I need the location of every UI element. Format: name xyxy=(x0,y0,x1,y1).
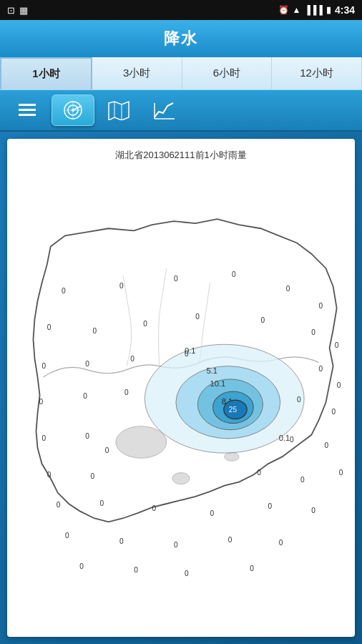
svg-text:0: 0 xyxy=(100,499,104,507)
svg-text:0: 0 xyxy=(297,396,301,404)
svg-text:25: 25 xyxy=(229,406,238,414)
svg-text:0: 0 xyxy=(286,285,290,293)
alarm-icon: ⏰ xyxy=(278,5,289,15)
svg-text:0: 0 xyxy=(279,539,283,547)
svg-text:0: 0 xyxy=(134,566,138,574)
tab-3hour[interactable]: 3小时 xyxy=(92,57,182,89)
svg-text:0: 0 xyxy=(210,509,215,517)
svg-text:0: 0 xyxy=(83,392,87,400)
svg-text:0: 0 xyxy=(300,476,305,484)
svg-text:0: 0 xyxy=(250,565,254,572)
status-left-icons: ⊡ ▦ xyxy=(7,5,28,16)
svg-text:0: 0 xyxy=(311,507,315,514)
map-card: 湖北省2013062111前1小时雨量 0.1 0.1 xyxy=(7,139,355,637)
list-icon[interactable] xyxy=(6,94,49,126)
tab-6hour[interactable]: 6小时 xyxy=(182,57,273,89)
svg-text:0: 0 xyxy=(195,313,200,321)
svg-text:0: 0 xyxy=(318,302,323,310)
tab-1hour[interactable]: 1小时 xyxy=(0,57,92,89)
wifi-icon: ▲ xyxy=(293,5,301,15)
svg-text:0: 0 xyxy=(85,360,89,368)
svg-text:0: 0 xyxy=(47,471,52,479)
svg-text:0: 0 xyxy=(268,502,273,510)
tab-12hour[interactable]: 12小时 xyxy=(272,57,362,89)
svg-point-15 xyxy=(225,452,239,461)
screen-icon: ⊡ xyxy=(7,5,15,16)
svg-text:0: 0 xyxy=(152,504,157,512)
clock: 4:34 xyxy=(335,4,355,16)
svg-text:0: 0 xyxy=(324,441,328,449)
header: 降水 xyxy=(0,20,362,57)
map-title: 湖北省2013062111前1小时雨量 xyxy=(7,149,355,162)
svg-text:0: 0 xyxy=(311,328,315,336)
radar-icon[interactable] xyxy=(52,94,94,126)
status-right-icons: ⏰ ▲ ▐▐▐ ▮ 4:34 xyxy=(278,4,355,16)
svg-text:0: 0 xyxy=(335,341,339,349)
svg-point-14 xyxy=(172,472,190,484)
svg-text:0: 0 xyxy=(65,532,69,540)
page-title: 降水 xyxy=(164,28,198,49)
svg-text:0: 0 xyxy=(228,536,233,544)
svg-rect-1 xyxy=(19,109,36,111)
map-container: 湖北省2013062111前1小时雨量 0.1 0.1 xyxy=(0,132,362,644)
svg-text:0.1: 0.1 xyxy=(279,434,290,442)
svg-text:0: 0 xyxy=(47,323,52,331)
svg-rect-0 xyxy=(19,104,36,106)
map-svg: 0.1 0.1 5.1 10.1 8.1 25 0 0 0 0 0 0 0 xyxy=(7,139,355,637)
svg-text:0: 0 xyxy=(57,501,61,509)
battery-icon: ▮ xyxy=(326,5,331,15)
svg-text:0: 0 xyxy=(62,287,66,295)
svg-text:0: 0 xyxy=(185,350,189,358)
svg-text:0: 0 xyxy=(185,570,189,577)
svg-text:5.1: 5.1 xyxy=(206,366,217,375)
svg-text:0: 0 xyxy=(339,469,343,477)
svg-point-13 xyxy=(116,426,167,459)
svg-text:0: 0 xyxy=(85,432,89,440)
svg-text:0: 0 xyxy=(143,320,147,328)
signal-icon: ▐▐▐ xyxy=(304,5,323,15)
svg-text:0: 0 xyxy=(79,562,84,570)
svg-text:0: 0 xyxy=(260,316,265,324)
svg-text:0: 0 xyxy=(257,469,261,477)
svg-text:0: 0 xyxy=(174,275,178,283)
svg-text:0: 0 xyxy=(105,447,109,454)
svg-text:0: 0 xyxy=(119,537,124,545)
chart-icon[interactable] xyxy=(143,94,186,126)
svg-text:0: 0 xyxy=(174,541,178,549)
svg-text:10.1: 10.1 xyxy=(210,379,226,388)
svg-text:0: 0 xyxy=(130,355,134,363)
svg-text:0: 0 xyxy=(232,270,236,278)
tab-bar: 1小时 3小时 6小时 12小时 xyxy=(0,57,362,90)
photo-icon: ▦ xyxy=(19,5,28,16)
svg-text:0: 0 xyxy=(290,436,294,444)
icon-toolbar xyxy=(0,90,362,132)
svg-text:0: 0 xyxy=(318,365,323,373)
svg-text:0: 0 xyxy=(39,398,44,406)
svg-text:0: 0 xyxy=(124,389,129,396)
svg-text:0: 0 xyxy=(337,381,341,389)
svg-text:0: 0 xyxy=(119,282,124,290)
svg-rect-2 xyxy=(19,114,36,116)
status-bar: ⊡ ▦ ⏰ ▲ ▐▐▐ ▮ 4:34 xyxy=(0,0,362,20)
svg-text:0: 0 xyxy=(90,472,94,480)
svg-text:0: 0 xyxy=(42,434,47,442)
map-icon[interactable] xyxy=(97,94,140,126)
svg-text:0: 0 xyxy=(92,327,97,335)
svg-text:0: 0 xyxy=(42,362,47,370)
svg-text:0: 0 xyxy=(332,408,336,416)
